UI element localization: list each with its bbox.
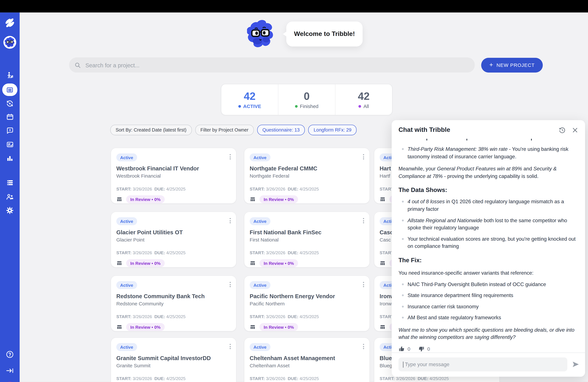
project-title: Northgate Federal CMMC (250, 165, 364, 171)
sidebar-item-content-stack[interactable] (0, 179, 20, 187)
status-badge: Active (250, 343, 270, 351)
table-icon (250, 324, 256, 330)
stack-icon (6, 179, 14, 187)
thumbs-down-icon[interactable] (418, 346, 424, 352)
send-icon[interactable] (572, 361, 580, 368)
stat-finished[interactable]: 0Finished (278, 84, 335, 115)
thumbs-up-icon[interactable] (399, 346, 405, 352)
sidebar-item-walkthrough[interactable] (0, 71, 20, 80)
sidebar-item-team[interactable] (0, 193, 20, 201)
checklist-icon (6, 141, 14, 149)
project-card[interactable]: ActiveCheltenham Asset ManagementChelten… (244, 337, 370, 382)
sidebar-item-signout[interactable] (0, 366, 20, 375)
sidebar-item-review-list[interactable] (0, 141, 20, 149)
filter-chip[interactable]: Filter by Project Owner (195, 125, 254, 135)
message-bullet: Your technical evaluation scores are str… (399, 235, 578, 250)
bullet-dot (402, 219, 404, 221)
stat-active[interactable]: 42ACTIVE (221, 84, 278, 115)
search-icon (74, 62, 81, 68)
clipped-message-line (407, 138, 578, 142)
project-client: Glacier Point (116, 237, 231, 243)
table-icon (379, 260, 386, 266)
signout-arrow-icon (6, 366, 14, 375)
project-card[interactable]: ActiveFirst National Bank FinSecFirst Na… (244, 212, 370, 267)
project-card[interactable]: ActiveRedstone Community Bank TechRedsto… (111, 276, 236, 331)
project-client: Redstone Community (116, 301, 231, 307)
project-card[interactable]: ActiveGranite Summit Capital InvestorDDG… (111, 337, 236, 382)
chat-history-button[interactable] (559, 127, 566, 134)
project-client: Westbrook Financial (116, 173, 231, 179)
card-menu-button[interactable] (230, 282, 231, 287)
card-menu-button[interactable] (230, 344, 231, 349)
plus-icon: + (489, 61, 493, 69)
stat-value: 0 (304, 90, 310, 102)
project-card[interactable]: ActiveGlacier Point Utilities OTGlacier … (111, 212, 236, 267)
status-dot (238, 105, 241, 107)
stat-all[interactable]: 42All (335, 84, 392, 115)
sidebar: TK (0, 12, 20, 382)
sidebar-item-analytics[interactable] (0, 155, 20, 162)
chat-close-button[interactable] (572, 127, 578, 133)
table-icon (116, 196, 122, 202)
stat-value: 42 (244, 90, 256, 102)
sidebar-item-help[interactable] (0, 350, 20, 359)
project-client: First National (250, 237, 364, 243)
message-bullet: 4 out of 8 losses in Q1 2026 cited regul… (399, 198, 578, 213)
project-title: Westbrook Financial IT Vendor (116, 165, 231, 171)
project-card[interactable]: ActivePacific Northern Energy VendorPaci… (244, 276, 370, 331)
calendar-icon (6, 113, 14, 121)
thumbs-up-count: 0 (407, 346, 410, 352)
table-icon (116, 260, 122, 266)
tribble-mascot (247, 20, 274, 48)
project-dates: START: 3/26/2026 DUE: 4/25/2025 (116, 376, 231, 381)
new-project-label: NEW PROJECT (496, 63, 535, 68)
app-root: TK (0, 0, 588, 382)
sync-sparkle-icon (6, 99, 14, 108)
search-input[interactable] (84, 62, 426, 69)
chat-feedback-row: 0 0 (392, 346, 585, 352)
sidebar-item-calendar[interactable] (0, 113, 20, 121)
tribble-avatar[interactable] (0, 36, 20, 49)
bullet-dot (402, 238, 404, 240)
message-bullet: State insurance department filing requir… (399, 292, 578, 299)
status-badge: Active (116, 343, 137, 351)
chat-input-row (392, 353, 585, 377)
chat-input-box[interactable] (399, 358, 567, 372)
sidebar-item-chat[interactable] (0, 127, 20, 135)
card-menu-button[interactable] (363, 154, 364, 159)
project-dates: START: 3/26/2026 DUE: 4/25/2025 (116, 314, 231, 319)
card-menu-button[interactable] (230, 218, 231, 223)
bullet-dot (402, 295, 404, 297)
filter-chip[interactable]: Longform RFx: 29 (308, 125, 357, 135)
status-badge: Active (116, 153, 137, 161)
message-paragraph: You need insurance-specific answer varia… (399, 269, 578, 277)
project-title: Granite Summit Capital InvestorDD (116, 355, 231, 361)
tribble-logo-icon (4, 17, 16, 29)
review-progress-badge: In Review • 0% (260, 323, 298, 331)
sidebar-item-settings[interactable] (0, 206, 20, 215)
close-icon (572, 127, 578, 133)
new-project-button[interactable]: + NEW PROJECT (481, 58, 543, 73)
bullet-dot (402, 283, 404, 285)
message-paragraph: Want me to show you which specific quest… (399, 326, 578, 341)
project-card[interactable]: ActiveWestbrook Financial IT VendorWestb… (111, 148, 236, 204)
filter-chip[interactable]: Questionnaire: 13 (257, 125, 305, 135)
card-menu-button[interactable] (230, 154, 231, 159)
project-title: Cheltenham Asset Management (250, 355, 364, 361)
card-menu-button[interactable] (363, 344, 364, 349)
project-dates: START: 3/26/2026 DUE: 4/25/2025 (116, 187, 231, 191)
status-badge: Active (250, 281, 270, 289)
card-menu-button[interactable] (363, 282, 364, 287)
project-search[interactable] (69, 58, 475, 73)
card-menu-button[interactable] (363, 218, 364, 223)
chat-message-input[interactable] (404, 361, 563, 368)
project-card[interactable]: ActiveNorthgate Federal CMMCNorthgate Fe… (244, 148, 370, 204)
sidebar-item-sync-ai[interactable] (0, 99, 20, 108)
project-dates: START: 3/26/2026 DUE: 4/25/2025 (250, 376, 364, 381)
project-title: First National Bank FinSec (250, 229, 364, 235)
help-icon (6, 350, 14, 359)
status-badge: Active (116, 217, 137, 225)
bar-chart-icon (6, 155, 14, 162)
filter-chip[interactable]: Sort By: Created Date (latest first) (110, 125, 191, 135)
sidebar-item-projects-active[interactable] (2, 84, 18, 96)
